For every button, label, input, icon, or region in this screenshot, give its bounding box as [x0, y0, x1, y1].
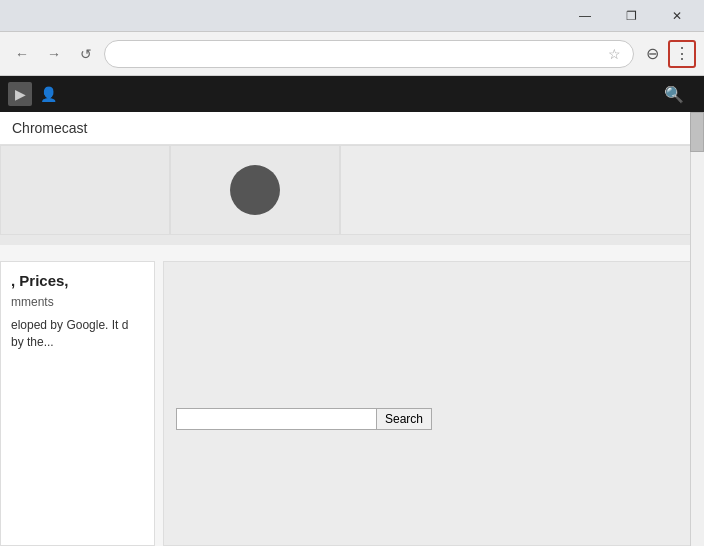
top-image-area: [0, 145, 704, 245]
back-button[interactable]: ←: [8, 40, 36, 68]
profile-extension-icon[interactable]: 👤: [36, 82, 60, 106]
toolbar-right: ⊖ ⋮: [638, 40, 696, 68]
extension-toolbar: ▶ 👤 🔍: [0, 76, 704, 112]
bookmark-star-icon[interactable]: ☆: [608, 46, 621, 62]
image-card-center: [170, 145, 340, 235]
close-button[interactable]: ✕: [654, 0, 700, 32]
minimize-button[interactable]: —: [562, 0, 608, 32]
chrome-toolbar: ← → ↺ ☆ ⊖ ⋮: [0, 32, 704, 76]
search-toolbar-icon[interactable]: 🔍: [664, 85, 684, 104]
profile-icon-label: 👤: [40, 86, 57, 102]
search-input[interactable]: [176, 408, 376, 430]
address-bar[interactable]: ☆: [104, 40, 634, 68]
menu-button[interactable]: ⋮: [668, 40, 696, 68]
spacer: [0, 245, 704, 261]
page-content: Chromecast , Prices, mments eloped by Go…: [0, 112, 704, 546]
account-button[interactable]: ⊖: [638, 40, 666, 68]
search-icon: 🔍: [664, 86, 684, 103]
content-row: , Prices, mments eloped by Google. It d …: [0, 261, 704, 546]
circle-avatar-icon: [230, 165, 280, 215]
site-header: Chromecast: [0, 112, 704, 145]
search-row: Search: [176, 408, 691, 430]
restore-button[interactable]: ❐: [608, 0, 654, 32]
cast-icon-label: ▶: [15, 86, 26, 102]
text-card: , Prices, mments eloped by Google. It d …: [0, 261, 155, 546]
text-card-body: eloped by Google. It d by the...: [11, 317, 144, 351]
refresh-button[interactable]: ↺: [72, 40, 100, 68]
search-widget: Search: [163, 261, 704, 546]
text-card-link[interactable]: mments: [11, 295, 144, 309]
scrollbar-thumb[interactable]: [690, 112, 704, 152]
image-card-right: [340, 145, 704, 235]
title-bar: — ❐ ✕: [0, 0, 704, 32]
text-card-title: , Prices,: [11, 272, 144, 289]
search-button[interactable]: Search: [376, 408, 432, 430]
forward-button[interactable]: →: [40, 40, 68, 68]
site-title: Chromecast: [12, 120, 87, 136]
image-card-left: [0, 145, 170, 235]
cast-extension-icon[interactable]: ▶: [8, 82, 32, 106]
scrollbar[interactable]: [690, 112, 704, 546]
